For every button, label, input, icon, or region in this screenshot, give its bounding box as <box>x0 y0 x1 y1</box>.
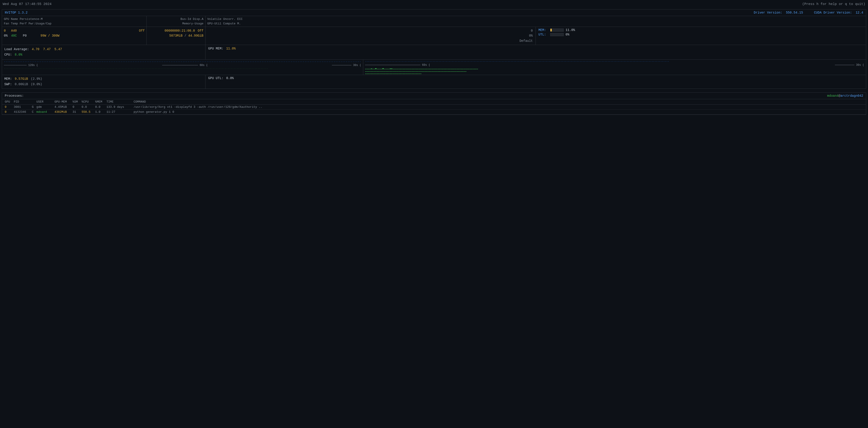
user-at: @ <box>839 94 840 98</box>
gpu-volatile-ecc: 0 <box>208 28 533 33</box>
cpu-graph-dots: ········································… <box>2 60 363 64</box>
marker-60s: ────────────────────── 60s ┤ <box>162 64 208 67</box>
info-bar: NVITOP 1.3.2 Driver Version: 550.54.15 C… <box>2 9 866 16</box>
col-pid: PID <box>14 100 32 103</box>
gpu-panel: NVITOP 1.3.2 Driver Version: 550.54.15 C… <box>2 9 866 89</box>
gpu-utl-graph: ▁▁▁▁▂▁▁▃▁▁▁▁▃▁▁▁▁▂▂▁▁▁▁▁▁▁▁▁▁▁▁▁▁▁▁▁▁▁▁▁… <box>363 67 866 75</box>
processes-columns: GPU PID USER GPU-MEM %SM %CPU %MEM TIME … <box>2 99 866 105</box>
mem-swap-section: MEM: 9.57GiB (2.9%) SWP: 0.00GiB (0.0%) … <box>2 75 866 89</box>
nvitop-version: NVITOP 1.3.2 <box>5 11 28 14</box>
mem-swap-right: GPU UTL: 0.0% <box>206 75 866 89</box>
cpu-dashed-line: ········································… <box>2 67 363 70</box>
proc-sm-1: 31 <box>72 110 82 114</box>
gpu-mem-total: 44.99GiB <box>188 34 204 37</box>
mem-percent: 11.0% <box>565 28 575 32</box>
proc-mem-1: 1.0 <box>95 110 106 114</box>
processes-user: mdoan4@arctrdagn042 <box>827 94 863 98</box>
marker-120s: ────────────── 120s ┤ <box>4 64 38 67</box>
gpu-disp-a: Off <box>198 29 204 33</box>
column-headers: GPU Name Persistence-M Fan Temp Perf Pwr… <box>2 16 866 27</box>
mem-line: MEM: 9.57GiB (2.9%) <box>4 76 203 82</box>
gpu-persistence: Off <box>118 28 145 33</box>
sys-right: GPU MEM: 11.0% <box>206 45 866 59</box>
system-stats-section: Load Average: 4.70 7.47 5.47 CPU: 8.0% G… <box>2 45 866 60</box>
gpu-mem-used: 5073MiB <box>169 34 183 37</box>
gpu-data-mid: 00000000:21:00.0 Off 5073MiB / 44.99GiB <box>147 27 206 45</box>
proc-user-0: gdm <box>36 105 55 109</box>
proc-gpu-1: 0 <box>5 110 14 114</box>
gpu-mem-graph: ········································… <box>363 60 866 64</box>
processes-title: Processes: <box>5 94 24 98</box>
help-hint: (Press h for help or q to quit) <box>802 2 865 6</box>
load-avg-line: Load Average: 4.70 7.47 5.47 <box>4 47 203 52</box>
proc-type-0: G <box>32 105 36 109</box>
col-header-mid: Bus-Id Disp.A Memory-Usage <box>147 16 206 27</box>
utl-percent: 0% <box>565 33 569 36</box>
proc-pid-1: 4132346 <box>14 110 32 114</box>
proc-sm-0: 0 <box>72 105 82 109</box>
mem-swap-left: MEM: 9.57GiB (2.9%) SWP: 0.00GiB (0.0%) <box>2 75 206 89</box>
proc-gpu-0: 0 <box>5 105 14 109</box>
utl-display-row: UTL: 0% <box>538 32 863 37</box>
marker-30s-left: ──────────── 30s ┤ <box>332 64 361 67</box>
timeline-markers-right: ────────────────────────────────── 60s ┤… <box>363 64 866 67</box>
col-cmd: COMMAND <box>133 100 863 103</box>
swp-line: SWP: 0.00GiB (0.0%) <box>4 82 203 87</box>
marker-r-30s: ──────────── 30s ┤ <box>835 64 864 67</box>
gpu-name: A40 <box>11 28 115 33</box>
gpu-bus-id: 00000000:21:00.0 <box>164 29 195 33</box>
proc-pid-0: 3081 <box>14 105 32 109</box>
col-cpu: %CPU <box>82 100 95 103</box>
col-gmem: GPU-MEM <box>55 100 72 103</box>
proc-cmd-0: /usr/lib/xorg/Xorg vt1 -displayfd 3 -aut… <box>133 105 863 109</box>
col-type <box>32 100 36 103</box>
gpu-id: 0 <box>4 28 8 33</box>
gpu-temp: 40C <box>11 33 20 38</box>
gpu-data-left: 0 A40 Off 0% 40C P0 99W / 300W <box>2 27 147 45</box>
gpu-perf: P0 <box>23 33 30 38</box>
gpu-data-row: 0 A40 Off 0% 40C P0 99W / 300W <box>2 27 866 45</box>
col-sm: %SM <box>72 100 82 103</box>
mem-bar <box>550 29 564 32</box>
proc-gmem-1: 4382MiB <box>55 110 72 114</box>
proc-time-1: 11:27 <box>106 110 133 114</box>
process-row-1: 0 4132346 C mdoan4 4382MiB 31 558.5 1.0 … <box>2 109 866 114</box>
mem-display-row: MEM: 11.0% <box>538 28 863 32</box>
header-bar: Wed Aug 07 17:48:55 2024 (Press h for he… <box>2 2 866 6</box>
cpu-line: CPU: 8.0% <box>4 52 203 58</box>
graph-right: ········································… <box>363 60 866 75</box>
proc-mem-0: 0.0 <box>95 105 106 109</box>
user-name: mdoan4 <box>827 94 838 98</box>
driver-info: Driver Version: 550.54.15 CUDA Driver Ve… <box>754 11 863 14</box>
gpu-compute-mode: Default <box>208 38 533 43</box>
proc-cpu-1: 558.5 <box>82 110 95 114</box>
marker-r-60s: ────────────────────────────────── 60s ┤ <box>365 64 430 67</box>
col-user: USER <box>36 100 55 103</box>
app-container: Wed Aug 07 17:48:55 2024 (Press h for he… <box>2 2 866 115</box>
user-host: arctrdagn042 <box>840 94 863 98</box>
gpu-utl-line: GPU UTL: 0.0% <box>208 76 863 80</box>
col-header-left: GPU Name Persistence-M Fan Temp Perf Pwr… <box>2 16 147 27</box>
proc-time-0: 133.9 days <box>106 105 133 109</box>
gpu-pwr: 99W / 300W <box>32 33 59 38</box>
col-mem: %MEM <box>95 100 106 103</box>
proc-cmd-1: python generator.py 1 0 <box>133 110 863 114</box>
proc-user-1: mdoan4 <box>36 110 55 114</box>
col-time: TIME <box>106 100 133 103</box>
graph-left: ········································… <box>2 60 363 75</box>
gpu-util: 0% <box>208 33 533 38</box>
graph-section: ········································… <box>2 60 866 75</box>
timeline-markers-left: ────────────── 120s ┤ ──────────────────… <box>2 64 363 67</box>
sys-left: Load Average: 4.70 7.47 5.47 CPU: 8.0% <box>2 45 206 59</box>
processes-panel: Processes: mdoan4@arctrdagn042 GPU PID U… <box>2 92 866 115</box>
process-row-0: 0 3081 G gdm 4.45MiB 0 0.0 0.0 133.9 day… <box>2 105 866 109</box>
col-gpu: GPU <box>5 100 14 103</box>
gpu-mem-utl-display: MEM: 11.0% UTL: 0% <box>536 27 866 45</box>
datetime: Wed Aug 07 17:48:55 2024 <box>3 2 52 6</box>
proc-type-1: C <box>32 110 36 114</box>
mem-bar-fill <box>550 29 552 31</box>
proc-cpu-0: 0.0 <box>82 105 95 109</box>
gpu-fan: 0% <box>4 33 8 38</box>
processes-header: Processes: mdoan4@arctrdagn042 <box>2 93 866 99</box>
gpu-mem-line: GPU MEM: 11.0% <box>208 47 863 51</box>
